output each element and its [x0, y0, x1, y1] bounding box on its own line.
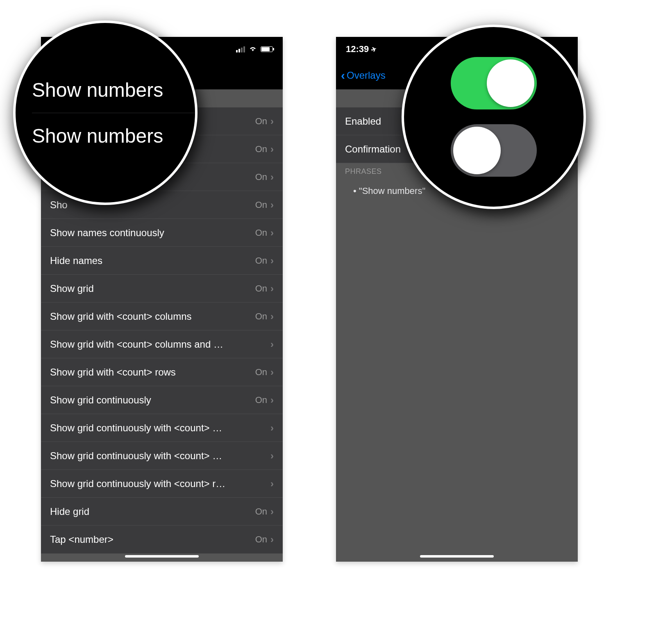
settings-row[interactable]: Show grid with <count> rows On› [41, 358, 283, 386]
settings-row[interactable]: Show names continuously On› [41, 219, 283, 247]
row-label: Show grid with <count> columns and <c... [50, 339, 226, 350]
chevron-right-icon: › [270, 116, 274, 127]
chevron-right-icon: › [270, 394, 274, 406]
settings-row[interactable]: Show grid continuously with <count> rows… [41, 470, 283, 498]
row-value: On [255, 172, 267, 182]
row-label: Hide grid [50, 506, 89, 517]
chevron-right-icon: › [270, 283, 274, 294]
settings-row[interactable]: Show grid continuously On› [41, 386, 283, 414]
row-label: Show grid with <count> columns [50, 311, 192, 322]
home-indicator[interactable] [420, 555, 494, 558]
row-label: Show grid [50, 283, 94, 294]
chevron-left-icon: ‹ [341, 69, 345, 82]
settings-row[interactable]: Hide grid On› [41, 498, 283, 526]
row-label: Show grid continuously with <count> col.… [50, 450, 226, 462]
settings-row[interactable]: Hide names On› [41, 247, 283, 275]
row-value: On [255, 367, 267, 378]
chevron-right-icon: › [270, 339, 274, 350]
chevron-right-icon: › [270, 450, 274, 462]
chevron-right-icon: › [270, 367, 274, 378]
settings-row[interactable]: Show grid with <count> columns On› [41, 303, 283, 330]
row-label: Tap <number> [50, 534, 114, 545]
wifi-icon [248, 44, 257, 55]
zoom-toggle-on[interactable] [451, 57, 537, 109]
chevron-right-icon: › [270, 311, 274, 322]
zoom-toggle-off[interactable] [451, 124, 537, 177]
settings-row[interactable]: Show grid continuously with <count> col.… [41, 414, 283, 442]
zoom-text-line: Show numbers [32, 113, 195, 159]
row-label: Show grid with <count> rows [50, 367, 176, 378]
settings-row[interactable]: Show grid continuously with <count> col.… [41, 442, 283, 470]
chevron-right-icon: › [270, 422, 274, 434]
row-label: Confirmation [345, 143, 401, 155]
back-button[interactable]: ‹ Overlays [341, 69, 386, 82]
cellular-icon [236, 46, 245, 52]
chevron-right-icon: › [270, 199, 274, 211]
home-indicator[interactable] [125, 555, 199, 558]
zoom-callout-right [402, 25, 586, 209]
chevron-right-icon: › [270, 534, 274, 545]
row-value: On [255, 283, 267, 294]
settings-row[interactable]: Show grid On› [41, 275, 283, 303]
row-value: On [255, 144, 267, 155]
row-value: On [255, 534, 267, 545]
battery-icon [261, 46, 273, 52]
row-label: Hide names [50, 255, 102, 266]
settings-row[interactable]: Tap <number> On› [41, 526, 283, 553]
back-label: Overlays [347, 70, 386, 81]
chevron-right-icon: › [270, 143, 274, 155]
row-value: On [255, 506, 267, 517]
chevron-right-icon: › [270, 171, 274, 183]
row-label: Enabled [345, 116, 381, 127]
zoom-callout-left: Show numbers Show numbers [13, 20, 198, 205]
row-value: On [255, 395, 267, 405]
row-value: On [255, 228, 267, 238]
row-value: On [255, 255, 267, 266]
row-value: On [255, 311, 267, 322]
chevron-right-icon: › [270, 506, 274, 517]
row-label: Show grid continuously [50, 394, 151, 406]
row-value: On [255, 116, 267, 127]
zoom-text-line: Show numbers [32, 67, 195, 113]
row-label: Show grid continuously with <count> rows [50, 478, 226, 490]
settings-row[interactable]: Show grid with <count> columns and <c...… [41, 330, 283, 358]
row-label: Sho [50, 199, 68, 211]
location-icon: ✈ [370, 45, 378, 54]
chevron-right-icon: › [270, 255, 274, 266]
row-label: Show grid continuously with <count> col.… [50, 422, 226, 434]
status-time: 12:39 [346, 44, 369, 55]
chevron-right-icon: › [270, 227, 274, 239]
row-label: Show names continuously [50, 227, 164, 239]
row-value: On [255, 200, 267, 210]
chevron-right-icon: › [270, 478, 274, 490]
